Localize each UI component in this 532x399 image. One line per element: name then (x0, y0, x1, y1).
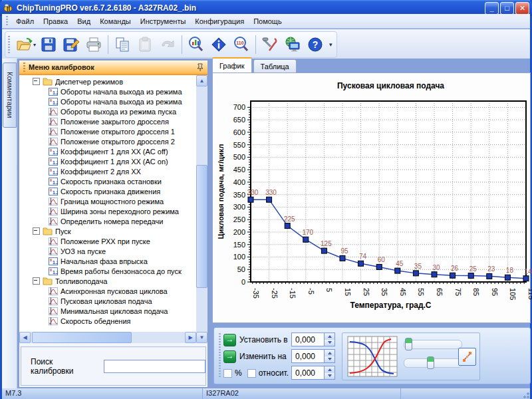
tree-item-3[interactable]: Обороты выхода из режима пуска (19, 106, 195, 116)
status-ecu: М7.3 (2, 388, 203, 399)
tree-item-22[interactable]: Пусковая цикловая подача (19, 296, 195, 306)
controls-grip[interactable] (219, 333, 221, 378)
curve-edit-button[interactable] (458, 348, 476, 366)
tree-item-9[interactable]: 1.2Коэффициент 2 для XX (19, 166, 195, 176)
tree-item-6[interactable]: Положение открытого дросселя 2 (19, 136, 195, 146)
tree-item-17[interactable]: УОЗ на пуске (19, 246, 195, 256)
help-button[interactable]: ? (304, 34, 327, 55)
percent-checkbox[interactable] (223, 369, 232, 378)
tools-button[interactable] (259, 34, 281, 55)
scroll-left-icon[interactable]: ◀ (19, 332, 31, 343)
tree-item-5[interactable]: Положение открытого дросселя 1 (19, 126, 195, 136)
tab-chart[interactable]: График (212, 57, 252, 72)
menu-item-2[interactable]: Вид (72, 15, 95, 27)
tree-item-24[interactable]: Скорость обеднения (19, 316, 195, 326)
status-firmware: I327RA02 (203, 388, 401, 399)
tree-item-21[interactable]: Асинхронная пусковая циклова (19, 286, 195, 296)
tree-hscrollbar[interactable]: ◀ ▶ (19, 332, 196, 343)
tree-item-19[interactable]: 1.2Время работы бензонасоса до пуск (19, 266, 195, 276)
upper-slider[interactable] (404, 340, 462, 349)
resize-grip[interactable] (521, 390, 529, 398)
globe-monitor-icon (284, 36, 301, 53)
maximize-button[interactable]: □ (500, 2, 514, 15)
lower-slider-thumb[interactable] (427, 356, 434, 369)
folder-icon (43, 227, 53, 235)
menu-item-3[interactable]: Команды (95, 15, 136, 27)
apply-set-button[interactable]: → (223, 334, 236, 346)
scroll-down-icon[interactable]: ▼ (196, 332, 207, 343)
tab-comments[interactable]: Комментарии (3, 63, 17, 128)
hscroll-thumb[interactable] (32, 332, 132, 343)
copy-button[interactable] (111, 34, 134, 55)
svg-text:1.2: 1.2 (53, 100, 58, 104)
tree-vscrollbar[interactable]: ▲ ▼ (196, 75, 207, 343)
svg-text:-15: -15 (289, 288, 297, 299)
close-button[interactable]: ✕ (515, 2, 529, 15)
save-as-button[interactable] (60, 34, 82, 55)
svg-text:1.2: 1.2 (53, 90, 58, 94)
toolbar-grip[interactable] (8, 36, 10, 54)
minimize-button[interactable]: _ (485, 2, 499, 15)
tree-item-label: Положение открытого дросселя 1 (61, 128, 175, 136)
tree-item-label: Обороты начала выхода из режима (61, 88, 182, 96)
tree-item-0[interactable]: Диспетчер режимов (19, 76, 195, 86)
vscroll-thumb[interactable] (196, 165, 207, 288)
set-to-value[interactable]: 0,000 (292, 333, 324, 346)
tree-item-10[interactable]: 1.2Скорость признака остановки (19, 176, 195, 186)
menu-item-6[interactable]: Помощь (249, 15, 287, 27)
tree-item-15[interactable]: Пуск (19, 226, 195, 236)
collapse-icon[interactable] (33, 277, 40, 285)
menu-item-4[interactable]: Инструменты (136, 15, 191, 27)
tree-item-13[interactable]: Ширина зоны переходного режима (19, 206, 195, 216)
menu-grip[interactable] (6, 16, 8, 26)
tree-item-16[interactable]: Положение РХХ при пуске (19, 236, 195, 246)
print-button[interactable] (82, 34, 105, 55)
tree-item-2[interactable]: 1.2Обороты начала выхода из режима (19, 96, 195, 106)
scale-spinner[interactable] (324, 366, 334, 379)
upper-slider-thumb[interactable] (405, 338, 412, 350)
change-by-value[interactable]: 0,000 (292, 350, 324, 362)
internet-button[interactable] (281, 34, 304, 55)
collapse-icon[interactable] (33, 78, 40, 85)
change-by-field[interactable]: 0,000 (291, 349, 335, 363)
menu-item-5[interactable]: Конфигурация (190, 15, 249, 27)
lower-slider[interactable] (404, 358, 462, 368)
scroll-right-icon[interactable]: ▶ (185, 332, 196, 343)
info-button[interactable] (207, 34, 230, 55)
menu-item-0[interactable]: Файл (11, 15, 39, 27)
tree-item-4[interactable]: Положение закрытого дросселя (19, 116, 195, 126)
tab-table[interactable]: Таблица (253, 59, 297, 72)
view-chart-button[interactable] (185, 34, 207, 55)
zoom-110-button[interactable]: 110 (230, 34, 253, 55)
open-dropdown-icon[interactable]: ▾ (33, 42, 36, 48)
scale-value[interactable]: 0,000 (292, 366, 324, 379)
set-to-spinner[interactable] (324, 333, 334, 346)
tree-item-label: Обороты выхода из режима пуска (61, 108, 176, 116)
curve-icon (49, 217, 58, 225)
tree-item-11[interactable]: 1.2Скорость признака движения (19, 186, 195, 196)
tree-item-23[interactable]: Минимальная цикловая подача (19, 306, 195, 316)
set-to-field[interactable]: 0,000 (291, 332, 335, 346)
apply-change-button[interactable]: → (223, 350, 236, 363)
tree-item-20[interactable]: Топливоподача (19, 276, 195, 286)
tree-item-14[interactable]: Определить номера передачи (19, 216, 195, 226)
chart-canvas[interactable]: 0501001502002503003504004505005506006507… (215, 94, 532, 314)
search-input[interactable] (104, 360, 205, 373)
relative-checkbox[interactable] (247, 369, 256, 378)
tree-item-8[interactable]: 1.2Коэффициент 1 для XX (AC on) (19, 156, 195, 166)
tree-item-12[interactable]: Граница мощностного режима (19, 196, 195, 206)
change-by-spinner[interactable] (324, 350, 334, 362)
collapse-icon[interactable] (33, 227, 40, 235)
save-button[interactable] (37, 34, 60, 55)
panel-header-grip[interactable] (23, 63, 25, 72)
scroll-up-icon[interactable]: ▲ (196, 75, 207, 86)
toolbar-overflow-icon[interactable]: ▾ (329, 41, 332, 48)
open-file-button[interactable] (13, 34, 36, 55)
tree-item-7[interactable]: 1.2Коэффициент 1 для XX (AC off) (19, 146, 195, 156)
pin-icon[interactable] (196, 63, 205, 72)
tree-item-label: Положение РХХ при пуске (61, 237, 150, 245)
menu-item-1[interactable]: Правка (39, 15, 72, 27)
tree-item-18[interactable]: 1.2Начальная фаза впрыска (19, 256, 195, 266)
tree-item-1[interactable]: 1.2Обороты начала выхода из режима (19, 86, 195, 96)
scale-field[interactable]: 0,000 (291, 366, 335, 380)
